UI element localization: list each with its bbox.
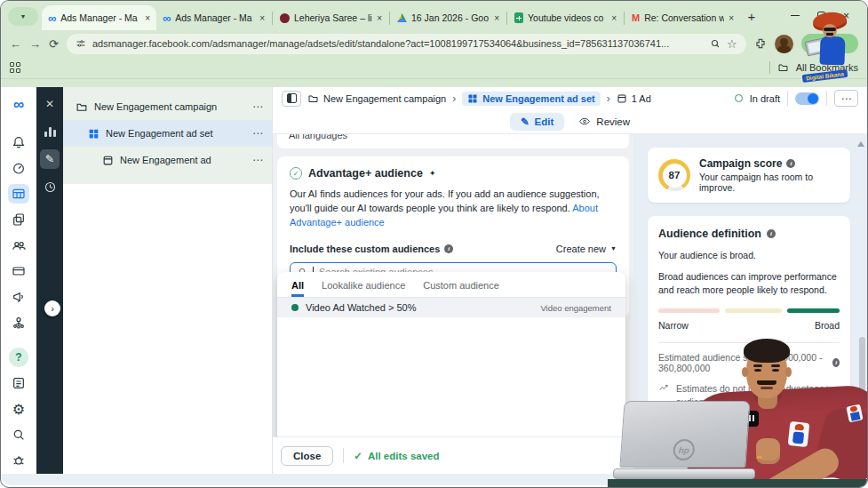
info-icon[interactable]: i (767, 229, 776, 238)
charts-bars-icon[interactable] (40, 122, 60, 141)
tab-close-icon[interactable]: × (729, 13, 734, 23)
info-icon[interactable]: i (786, 159, 795, 168)
address-bar[interactable]: adsmanager.facebook.com/adsmanager/manag… (67, 34, 746, 54)
create-new-dropdown[interactable]: Create new▼ (556, 244, 617, 254)
row-menu-button[interactable]: ⋯ (252, 154, 263, 166)
scrollbar-thumb[interactable] (859, 337, 865, 419)
apps-grid-icon[interactable] (10, 62, 20, 73)
drive-favicon (397, 13, 407, 22)
tab-custom-audience[interactable]: Custom audience (423, 280, 499, 297)
close-button[interactable]: Close (281, 446, 333, 466)
row-menu-button[interactable]: ⋯ (252, 127, 263, 140)
edit-mode-button[interactable]: ✎ Edit (510, 113, 564, 131)
assets-branch-icon[interactable] (8, 313, 29, 332)
extensions-icon[interactable] (754, 37, 767, 50)
info-icon[interactable]: i (832, 358, 840, 367)
bookmarks-bar: All Bookmarks (1, 57, 867, 79)
tab-close-icon[interactable]: × (259, 13, 265, 23)
tree-row-adset[interactable]: New Engagement ad set ⋯ (63, 120, 272, 147)
estimate-note: Estimates do not include Advantage+ audi… (676, 382, 840, 436)
scrollbar-up-arrow[interactable] (857, 141, 864, 147)
campaign-score-subtitle: Your campaign has room to improve. (699, 172, 840, 193)
languages-label: All languages (289, 134, 617, 140)
help-question-icon[interactable]: ? (9, 348, 28, 367)
audience-result-row[interactable]: Video Ad Watched > 50% Video engagement (277, 298, 625, 317)
tab-close-icon[interactable]: × (377, 13, 382, 23)
profile-avatar[interactable] (775, 35, 793, 53)
reload-button[interactable]: ⟳ (49, 37, 59, 51)
notifications-bell-icon[interactable] (8, 132, 29, 152)
tab-label: 16 Jan 2026 - Goo (411, 12, 490, 23)
close-x-icon[interactable]: ✕ (40, 94, 60, 114)
tab-close-icon[interactable]: × (611, 13, 617, 23)
review-mode-button[interactable]: Review (578, 116, 630, 127)
site-settings-icon[interactable] (76, 38, 86, 49)
breadcrumb-label: 1 Ad (632, 93, 651, 104)
expand-panel-button[interactable]: › (44, 300, 60, 316)
tab-all[interactable]: All (291, 280, 304, 297)
meta-favicon: ∞ (48, 12, 56, 24)
tab-lookalike-audience[interactable]: Lookalike audience (322, 280, 405, 297)
adset-grid-icon (467, 93, 478, 104)
tree-row-ad[interactable]: New Engagement ad ⋯ (63, 147, 272, 173)
report-bug-icon[interactable] (8, 451, 29, 470)
new-tab-button[interactable]: + (740, 4, 763, 28)
tab-ads-manager-2[interactable]: ∞ Ads Manager - Ma × (156, 5, 271, 30)
settings-gear-icon[interactable]: ⚙ (8, 399, 29, 419)
folder-icon (777, 62, 789, 73)
draft-status-icon (735, 94, 743, 102)
info-icon[interactable]: i (444, 244, 453, 253)
audience-type: Video engagement (540, 303, 611, 313)
meta-logo[interactable]: ∞ (8, 95, 29, 115)
mascot-sticker: Digital Bikana (799, 12, 863, 84)
history-clock-icon[interactable] (40, 177, 60, 196)
ads-manager-speedometer-icon[interactable] (8, 158, 29, 178)
tab-sheets[interactable]: Youtube videos co × (508, 5, 623, 30)
tab-separator (506, 12, 507, 25)
chevron-down-icon: ▼ (20, 13, 27, 20)
publish-toggle[interactable] (795, 92, 819, 105)
campaigns-table-icon[interactable] (8, 184, 29, 204)
tab-label: Ads Manager - Ma (60, 12, 140, 23)
collapse-panel-button[interactable] (282, 91, 301, 107)
mascot-brand-text: Digital Bikana (802, 69, 848, 83)
more-options-button[interactable]: ⋯ (834, 90, 858, 107)
tab-close-icon[interactable]: × (494, 13, 499, 23)
breadcrumb-ad[interactable]: 1 Ad (617, 93, 651, 104)
advantage-description: Our AI finds audiences for your ads. If … (290, 188, 600, 213)
forward-button[interactable]: → (29, 37, 41, 51)
tab-drive[interactable]: 16 Jan 2026 - Goo × (391, 5, 506, 30)
divider (658, 342, 840, 343)
tab-leheriya[interactable]: Leheriya Saree – li × (274, 5, 388, 30)
tab-ads-manager-1[interactable]: ∞ Ads Manager - Ma × (42, 5, 156, 30)
tab-close-icon[interactable]: × (145, 13, 150, 23)
breadcrumb-campaign[interactable]: New Engagement campaign (307, 93, 446, 104)
trend-line-icon (658, 383, 670, 394)
breadcrumb-adset-selected[interactable]: New Engagement ad set (462, 92, 601, 106)
chevron-right-icon: › (607, 92, 610, 105)
chrome-bottom-strip (1, 79, 867, 87)
audience-breadth-meter (658, 308, 840, 313)
include-audiences-label: Include these custom audiences (290, 244, 440, 254)
scrollbar-down-arrow[interactable] (857, 429, 864, 435)
breadcrumb-label: New Engagement campaign (323, 93, 446, 104)
back-button[interactable]: ← (10, 37, 21, 51)
tree-row-campaign[interactable]: New Engagement campaign ⋯ (63, 93, 272, 120)
search-in-page-icon[interactable] (710, 38, 721, 49)
bookmark-star-icon[interactable]: ☆ (727, 37, 737, 51)
audiences-people-icon[interactable] (8, 236, 29, 255)
search-magnifier-icon[interactable] (8, 425, 29, 444)
billing-card-icon[interactable] (8, 261, 29, 281)
edit-pencil-icon[interactable]: ✎ (40, 149, 60, 169)
browser-toolbar: ← → ⟳ adsmanager.facebook.com/adsmanager… (1, 30, 867, 57)
create-new-label: Create new (556, 244, 606, 254)
tab-search-button[interactable]: ▼ (8, 7, 38, 26)
row-menu-button[interactable]: ⋯ (252, 100, 263, 113)
pages-docs-icon[interactable] (8, 210, 29, 229)
ads-megaphone-icon[interactable] (8, 287, 29, 307)
tab-gmail[interactable]: M Re: Conversation w × (625, 5, 740, 30)
check-icon: ✓ (354, 450, 362, 462)
mode-switcher: ✎ Edit Review (273, 109, 867, 134)
reports-news-icon[interactable] (8, 373, 29, 393)
bookmarks-separator (769, 61, 770, 74)
